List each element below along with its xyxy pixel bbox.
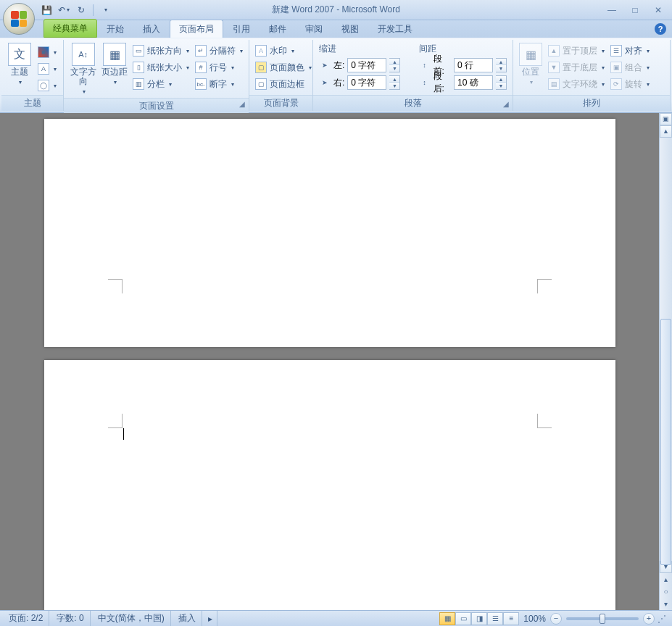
- spacing-before-spinner[interactable]: ▲▼: [496, 58, 507, 72]
- text-direction-button[interactable]: A↕ 文字方向▾: [67, 41, 99, 98]
- tab-insert[interactable]: 插入: [133, 20, 170, 38]
- zoom-level[interactable]: 100%: [519, 614, 550, 624]
- scroll-up-button[interactable]: ▲: [660, 125, 672, 138]
- status-words[interactable]: 字数: 0: [51, 611, 90, 626]
- margins-icon: ▦: [103, 43, 126, 66]
- themes-icon: 文: [8, 43, 31, 66]
- page-borders-button[interactable]: ▢页面边框: [252, 76, 315, 92]
- themes-button[interactable]: 文 主题▾: [4, 41, 35, 88]
- spacing-after-label: 段后:: [434, 70, 452, 95]
- indent-right-input[interactable]: [347, 75, 386, 90]
- indent-right-spinner[interactable]: ▲▼: [389, 75, 400, 90]
- view-full-screen[interactable]: ▭: [455, 612, 471, 625]
- qat-customize[interactable]: ▾: [98, 3, 112, 17]
- scroll-thumb[interactable]: [660, 319, 671, 565]
- group-label: 段落: [313, 95, 513, 111]
- minimize-button[interactable]: —: [605, 5, 618, 15]
- status-language[interactable]: 中文(简体，中国): [92, 611, 171, 626]
- tab-classic-menu[interactable]: 经典菜单: [43, 19, 97, 38]
- columns-button[interactable]: ▥分栏▾: [130, 76, 192, 92]
- status-macro[interactable]: ▸: [204, 611, 217, 626]
- tab-page-layout[interactable]: 页面布局: [170, 20, 223, 38]
- group-label: 主题: [1, 95, 63, 111]
- watermark-button[interactable]: A水印▾: [252, 43, 315, 59]
- theme-fonts-button[interactable]: A▾: [35, 61, 59, 77]
- spacing-after-input[interactable]: [454, 75, 493, 90]
- text-direction-icon: A↕: [72, 43, 95, 66]
- margins-button[interactable]: ▦ 页边距▾: [99, 41, 130, 88]
- status-bar: 页面: 2/2 字数: 0 中文(简体，中国) 插入 ▸ ▦ ▭ ◨ ☰ ≡ 1…: [0, 610, 672, 626]
- page-color-button[interactable]: ▢页面颜色▾: [252, 59, 315, 75]
- status-page[interactable]: 页面: 2/2: [3, 611, 49, 626]
- view-print-layout[interactable]: ▦: [439, 612, 455, 625]
- view-outline[interactable]: ☰: [487, 612, 503, 625]
- browse-object-button[interactable]: ○: [660, 585, 672, 598]
- group-theme: 文 主题▾ ■▾ A▾ ◯▾ 主题: [1, 40, 64, 111]
- maximize-button[interactable]: □: [629, 5, 642, 15]
- scroll-track[interactable]: [660, 138, 672, 561]
- office-logo-icon: [11, 11, 27, 27]
- indent-left-spinner[interactable]: ▲▼: [389, 58, 400, 72]
- group-paragraph: 缩进 ➤ 左: ▲▼ ➤ 右: ▲▼ 间距 ↕ 段前:: [313, 40, 513, 111]
- spacing-after-spinner[interactable]: ▲▼: [496, 75, 507, 90]
- indent-left-label: 左:: [333, 59, 344, 72]
- group-arrange: ▦ 位置▾ ▲置于顶层▾ ▼置于底层▾ ▤文字环绕▾ ☰对齐▾ ▣组合▾ ⟳旋转…: [513, 40, 671, 111]
- prev-page-button[interactable]: ▴: [660, 573, 672, 585]
- page-1[interactable]: [44, 119, 615, 347]
- save-button[interactable]: 💾: [39, 3, 54, 17]
- help-button[interactable]: ?: [655, 23, 666, 35]
- tab-developer[interactable]: 开发工具: [368, 20, 422, 38]
- spacing-before-icon: ↕: [419, 59, 431, 71]
- ribbon-tabs: 经典菜单 开始 插入 页面布局 引用 邮件 审阅 视图 开发工具 ?: [0, 20, 672, 38]
- breaks-button[interactable]: ↵分隔符▾: [192, 43, 246, 59]
- spacing-heading: 间距: [416, 41, 510, 57]
- orientation-button[interactable]: ▭纸张方向▾: [130, 43, 192, 59]
- group-label: 排列: [513, 95, 670, 111]
- close-button[interactable]: ✕: [652, 5, 665, 15]
- line-numbers-button[interactable]: #行号▾: [192, 59, 246, 75]
- size-button[interactable]: ▯纸张大小▾: [130, 59, 192, 75]
- tab-review[interactable]: 审阅: [296, 20, 332, 38]
- status-insert-mode[interactable]: 插入: [173, 611, 202, 626]
- position-button[interactable]: ▦ 位置▾: [516, 41, 545, 88]
- paragraph-dialog-launcher[interactable]: ◢: [501, 99, 511, 109]
- indent-right-label: 右:: [333, 77, 344, 89]
- theme-effects-button[interactable]: ◯▾: [35, 78, 59, 93]
- document-canvas[interactable]: [0, 113, 659, 610]
- view-draft[interactable]: ≡: [503, 612, 519, 625]
- position-icon: ▦: [519, 43, 542, 66]
- hyphenation-button[interactable]: bc-断字▾: [192, 76, 246, 92]
- redo-button[interactable]: ↻: [74, 3, 88, 17]
- tab-view[interactable]: 视图: [332, 20, 368, 38]
- bring-front-button: ▲置于顶层▾: [545, 43, 607, 59]
- document-area: ▣ ▲ ▼ ▴ ○ ▾: [0, 113, 672, 610]
- tab-mailings[interactable]: 邮件: [260, 20, 296, 38]
- indent-left-input[interactable]: [347, 58, 386, 72]
- spacing-before-input[interactable]: [454, 58, 493, 72]
- zoom-slider-thumb[interactable]: [600, 614, 605, 624]
- next-page-button[interactable]: ▾: [660, 598, 672, 610]
- page-setup-dialog-launcher[interactable]: ◢: [237, 99, 247, 109]
- undo-button[interactable]: ↶▾: [57, 3, 71, 17]
- tab-references[interactable]: 引用: [223, 20, 260, 38]
- indent-left-icon: ➤: [319, 59, 331, 71]
- rotate-button: ⟳旋转▾: [607, 76, 652, 92]
- theme-colors-button[interactable]: ■▾: [35, 44, 59, 60]
- indent-heading: 缩进: [316, 41, 410, 57]
- group-page-background: A水印▾ ▢页面颜色▾ ▢页面边框 页面背景: [249, 40, 313, 111]
- group-label: 页面设置: [64, 98, 249, 114]
- page-2[interactable]: [44, 360, 615, 610]
- vertical-scrollbar[interactable]: ▣ ▲ ▼ ▴ ○ ▾: [659, 113, 672, 610]
- zoom-in-button[interactable]: +: [643, 613, 655, 625]
- align-button[interactable]: ☰对齐▾: [607, 43, 652, 59]
- view-web-layout[interactable]: ◨: [471, 612, 487, 625]
- group-label: 页面背景: [249, 95, 312, 111]
- title-bar: 💾 ↶▾ ↻ ▾ 新建 Word 2007 - Microsoft Word —…: [0, 0, 672, 20]
- tab-home[interactable]: 开始: [97, 20, 133, 38]
- zoom-out-button[interactable]: −: [550, 613, 562, 625]
- ruler-toggle[interactable]: ▣: [660, 113, 672, 125]
- indent-right-icon: ➤: [319, 77, 331, 88]
- zoom-slider[interactable]: [566, 617, 639, 620]
- ribbon: 文 主题▾ ■▾ A▾ ◯▾ 主题 A↕ 文字方向▾ ▦ 页边距▾ ▭纸张方向▾: [0, 38, 672, 113]
- office-button[interactable]: [3, 3, 35, 35]
